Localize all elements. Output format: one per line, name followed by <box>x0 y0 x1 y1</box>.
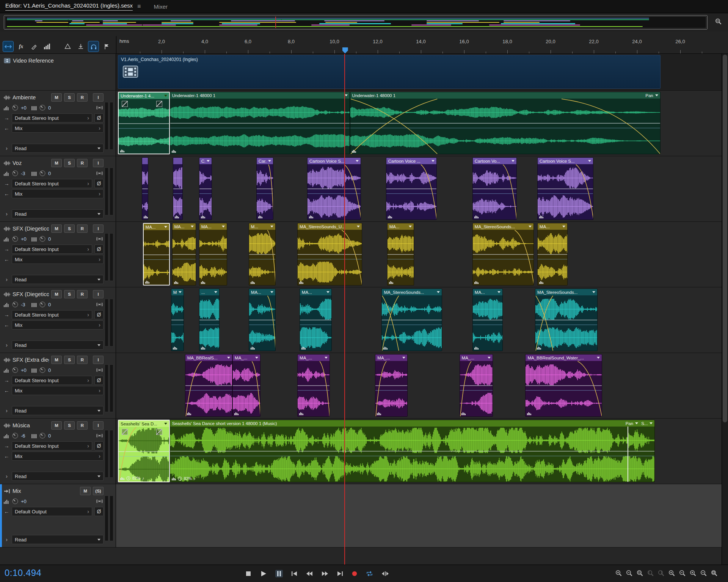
marker-flag-icon[interactable] <box>101 41 111 52</box>
automation-expand-icon[interactable]: › <box>4 145 9 151</box>
chevron-down-icon[interactable] <box>227 357 230 359</box>
clip-right-label[interactable]: S... <box>641 421 653 426</box>
clip-title-bar[interactable]: Underwater-1 48000 1Pan <box>350 92 660 99</box>
clip-title-bar[interactable]: Cartoon Voice S... <box>308 158 361 164</box>
automation-expand-icon[interactable]: › <box>4 408 9 414</box>
clip-title-bar[interactable]: MA_... <box>233 355 260 361</box>
solo-button[interactable]: S <box>64 290 75 298</box>
clip-title-bar[interactable]: Cartoon Voice ... <box>386 158 436 164</box>
chevron-down-icon[interactable] <box>268 160 271 162</box>
track-lane[interactable]: MA_BBRealS... MA_... MA_... MA_... MA_..… <box>116 353 722 418</box>
solo-button[interactable]: (S) <box>93 487 104 495</box>
track-lane[interactable]: V1.Aeris_Conchas_20240201 (Ingles) <box>116 54 722 90</box>
input-selector[interactable]: Default Stereo Input› <box>12 113 92 122</box>
chevron-down-icon[interactable] <box>409 226 412 227</box>
move-tool-icon[interactable] <box>3 41 13 52</box>
input-monitor-button[interactable]: I <box>93 421 104 430</box>
clip-title-bar[interactable]: C... <box>199 158 212 164</box>
audio-clip[interactable]: Cartoon Voice S... <box>307 157 361 220</box>
clip-title-bar[interactable]: MA... <box>199 223 227 230</box>
input-selector[interactable]: Default Stereo Input› <box>12 245 92 254</box>
volume-knob[interactable] <box>12 367 19 373</box>
clip-right-label[interactable]: Pan <box>626 421 638 426</box>
chevron-down-icon[interactable] <box>255 357 258 359</box>
empty-track-area[interactable] <box>0 547 722 565</box>
clip-title-bar[interactable]: MA... <box>249 289 275 295</box>
clip-title-bar[interactable]: MA... <box>300 289 332 295</box>
audio-clip[interactable]: MA... <box>199 223 227 286</box>
panel-menu-icon[interactable]: ≡ <box>137 3 141 10</box>
output-selector[interactable]: Mix› <box>12 320 104 329</box>
mute-button[interactable]: M <box>51 421 62 430</box>
pan-knob[interactable] <box>39 432 46 439</box>
chevron-down-icon[interactable] <box>497 291 500 293</box>
input-monitor-button[interactable]: I <box>93 159 104 167</box>
chevron-down-icon[interactable] <box>402 357 405 359</box>
audio-clip[interactable]: MA_... <box>232 354 260 417</box>
clip-title-bar[interactable]: MA_StereoSounds... <box>535 289 597 295</box>
phase-invert-button[interactable]: Ø <box>94 376 104 385</box>
audio-clip[interactable]: MA... <box>143 223 170 286</box>
clip-title-bar[interactable]: MA... <box>388 223 414 230</box>
zoom-in-horizontal-button[interactable] <box>615 570 623 577</box>
audio-clip[interactable]: Car... <box>256 157 274 220</box>
solo-button[interactable]: S <box>64 356 75 364</box>
chevron-down-icon[interactable] <box>164 226 167 228</box>
audio-clip[interactable] <box>142 157 148 220</box>
clip-title-bar[interactable]: MA... <box>473 289 502 295</box>
overview-range-selector[interactable] <box>4 15 708 30</box>
clip-title-bar[interactable]: ... <box>199 289 219 295</box>
audio-clip[interactable]: MA... <box>172 223 196 286</box>
output-selector[interactable]: Mix› <box>12 386 104 395</box>
effects-rack-toggle-icon[interactable]: fx <box>16 41 26 52</box>
zoom-full-button[interactable] <box>711 570 718 577</box>
chevron-down-icon[interactable] <box>207 160 210 162</box>
clip-title-bar[interactable] <box>173 158 182 164</box>
zoom-to-selection-button[interactable] <box>637 570 644 577</box>
track-lane[interactable]: Underwater-1 4... Underwater-1 48000 1 U… <box>116 91 722 156</box>
chevron-down-icon[interactable] <box>431 160 435 162</box>
clip-title-bar[interactable]: MA... <box>173 223 196 230</box>
solo-button[interactable]: S <box>64 93 75 102</box>
clip-title-bar[interactable]: MA_StereoSounds... <box>473 223 533 230</box>
automation-expand-icon[interactable]: › <box>4 211 9 217</box>
output-selector[interactable]: Mix› <box>12 255 104 264</box>
audio-clip[interactable]: Underwater-1 48000 1 <box>170 92 350 154</box>
overview-zoom-icon[interactable] <box>714 17 723 26</box>
audio-clip[interactable]: Seashells' Sea D... 82%♪ <box>118 420 170 482</box>
phase-invert-button[interactable]: Ø <box>94 245 104 254</box>
snap-toggle-icon[interactable] <box>63 41 73 52</box>
video-clip[interactable]: V1.Aeris_Conchas_20240201 (Ingles) <box>118 55 661 89</box>
zoom-in-amplitude-button[interactable] <box>690 570 697 577</box>
track-lane[interactable] <box>116 484 722 547</box>
chevron-down-icon[interactable] <box>325 357 328 359</box>
rewind-button[interactable] <box>306 571 313 577</box>
monitor-signal-icon[interactable] <box>96 105 104 110</box>
output-selector[interactable]: Mix› <box>12 189 104 198</box>
clip-title-bar[interactable]: Cartoon Voice S... <box>538 158 593 164</box>
mute-button[interactable]: M <box>51 93 62 102</box>
record-arm-button[interactable]: R <box>77 224 88 233</box>
vertical-scrollbar[interactable] <box>722 54 728 565</box>
record-arm-button[interactable]: R <box>77 421 88 430</box>
clip-title-bar[interactable]: MA_BBRealSound_Water_... <box>526 355 601 361</box>
fast-forward-button[interactable] <box>321 571 329 577</box>
automation-mode-selector[interactable]: Read <box>12 209 104 218</box>
record-arm-button[interactable]: R <box>77 290 88 298</box>
monitor-signal-icon[interactable] <box>96 499 104 504</box>
automation-mode-selector[interactable]: Read <box>12 535 104 544</box>
clip-title-bar[interactable]: MA... <box>538 223 567 230</box>
input-monitor-button[interactable]: I <box>93 224 104 233</box>
monitor-signal-icon[interactable] <box>96 433 104 438</box>
record-arm-button[interactable]: R <box>77 93 88 102</box>
volume-knob[interactable] <box>12 498 19 505</box>
audio-clip[interactable]: MA_StereoSounds... <box>381 289 442 351</box>
pan-knob[interactable] <box>39 170 46 177</box>
timeline-ruler[interactable]: hms 2,04,06,08,010,012,014,016,018,020,0… <box>116 36 721 53</box>
record-arm-button[interactable]: R <box>77 356 88 364</box>
pan-knob[interactable] <box>39 104 46 111</box>
chevron-down-icon[interactable] <box>326 291 329 293</box>
solo-button[interactable]: S <box>64 159 75 167</box>
volume-knob[interactable] <box>12 104 19 111</box>
monitor-signal-icon[interactable] <box>96 236 104 242</box>
